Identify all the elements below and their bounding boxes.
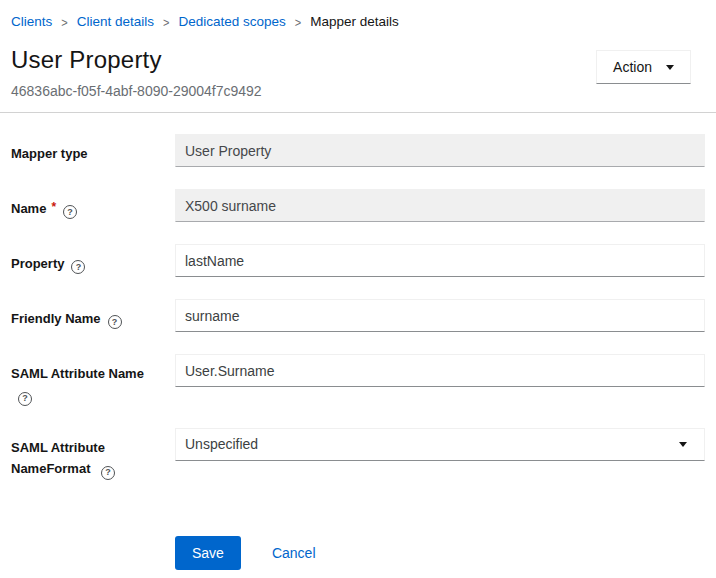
action-dropdown-button[interactable]: Action [596, 50, 691, 84]
breadcrumb-dedicated-scopes[interactable]: Dedicated scopes [178, 14, 285, 29]
name-label-text: Name [11, 201, 46, 216]
friendly-name-label: Friendly Name? [11, 299, 175, 329]
friendly-name-field [175, 299, 705, 332]
mapper-type-label: Mapper type [11, 134, 175, 164]
mapper-type-field [175, 134, 705, 167]
field-mapper-type: Mapper type [11, 134, 705, 167]
field-property: Property? [11, 244, 705, 277]
field-name: Name*? [11, 189, 705, 222]
friendly-name-help-icon[interactable]: ? [108, 315, 122, 329]
action-dropdown-label: Action [613, 59, 652, 75]
saml-attribute-nameformat-field: Unspecified [175, 428, 705, 461]
mapper-id: 46836abc-f05f-4abf-8090-29004f7c9492 [11, 83, 262, 99]
saml-attribute-nameformat-select[interactable]: Unspecified [175, 428, 705, 461]
field-friendly-name: Friendly Name? [11, 299, 705, 332]
caret-down-icon [666, 65, 674, 70]
field-saml-attribute-name: SAML Attribute Name ? [11, 354, 705, 406]
property-help-icon[interactable]: ? [71, 260, 85, 274]
friendly-name-label-text: Friendly Name [11, 311, 101, 326]
mapper-type-input[interactable] [175, 134, 705, 167]
saml-attribute-name-input[interactable] [175, 354, 705, 387]
property-field [175, 244, 705, 277]
cancel-link[interactable]: Cancel [272, 545, 316, 561]
saml-attribute-name-label: SAML Attribute Name ? [11, 354, 175, 406]
selected-option-label: Unspecified [185, 436, 258, 452]
breadcrumb-separator-icon: > [163, 14, 169, 28]
breadcrumb-separator-icon: > [61, 14, 67, 28]
title-block: User Property 46836abc-f05f-4abf-8090-29… [11, 46, 262, 99]
saml-attribute-name-field [175, 354, 705, 387]
property-label: Property? [11, 244, 175, 274]
form-actions: Save Cancel [175, 536, 705, 570]
save-button[interactable]: Save [175, 536, 241, 570]
breadcrumb-separator-icon: > [295, 14, 301, 28]
name-help-icon[interactable]: ? [63, 205, 77, 219]
section-divider [0, 112, 716, 113]
breadcrumb: Clients > Client details > Dedicated sco… [11, 0, 705, 29]
name-label: Name*? [11, 189, 175, 219]
saml-attribute-name-label-text: SAML Attribute Name [11, 366, 144, 381]
mapper-details-page: Clients > Client details > Dedicated sco… [0, 0, 716, 570]
field-saml-attribute-nameformat: SAML Attribute NameFormat ? Unspecified [11, 428, 705, 480]
name-input[interactable] [175, 189, 705, 222]
mapper-type-label-text: Mapper type [11, 146, 88, 161]
caret-down-icon [679, 442, 687, 447]
name-field [175, 189, 705, 222]
friendly-name-input[interactable] [175, 299, 705, 332]
required-asterisk: * [51, 200, 56, 214]
property-label-text: Property [11, 256, 64, 271]
property-input[interactable] [175, 244, 705, 277]
saml-attribute-nameformat-help-icon[interactable]: ? [101, 466, 115, 480]
mapper-form: Mapper type Name*? Property? Fri [11, 134, 705, 570]
page-header: User Property 46836abc-f05f-4abf-8090-29… [11, 46, 705, 99]
saml-attribute-name-help-icon[interactable]: ? [18, 392, 32, 406]
breadcrumb-clients[interactable]: Clients [11, 14, 52, 29]
saml-attribute-nameformat-label: SAML Attribute NameFormat ? [11, 428, 175, 480]
saml-attribute-nameformat-label-text: SAML Attribute NameFormat [11, 440, 105, 476]
breadcrumb-mapper-details: Mapper details [310, 14, 399, 29]
page-title: User Property [11, 46, 262, 74]
breadcrumb-client-details[interactable]: Client details [77, 14, 154, 29]
